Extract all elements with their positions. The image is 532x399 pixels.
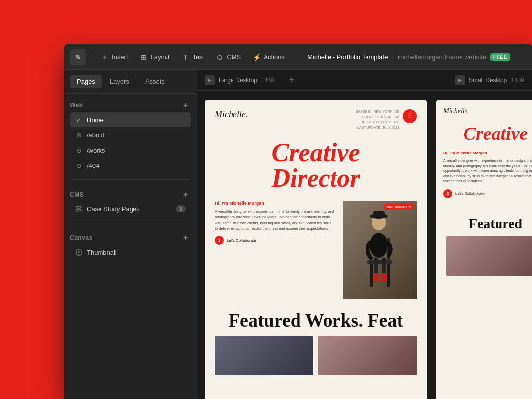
svg-rect-9 (373, 273, 379, 282)
file-icon (75, 248, 83, 256)
cms-section: CMS + Case Study Pages 3 (64, 183, 197, 220)
template-menu-button: ☰ (403, 109, 417, 123)
web-section-header: Web + (70, 100, 191, 110)
template-logo-small: Michelle. (443, 107, 469, 115)
cms-icon: ⊜ (216, 53, 224, 61)
layout-button[interactable]: ⊞ Layout (135, 50, 175, 64)
nav-case-study[interactable]: Case Study Pages 3 (70, 201, 191, 216)
svg-rect-10 (381, 273, 387, 282)
web-add-button[interactable]: + (181, 100, 191, 110)
tab-layers[interactable]: Layers (103, 75, 136, 88)
template-photo-figure (343, 201, 417, 299)
svg-point-0 (76, 206, 81, 208)
cms-add-button[interactable]: + (181, 190, 191, 200)
template-photo: Buy Template $79 (343, 201, 417, 299)
template-header-large: Michelle. BASED IN: NEW YORK, US CLIENT:… (205, 100, 427, 135)
large-desktop-label: ▶ Large Desktop 1440 (205, 75, 274, 85)
nav-404[interactable]: ⊕ /404 (70, 158, 191, 173)
small-cta-btn: 2 (443, 189, 452, 198)
globe-icon-about: ⊕ (75, 131, 83, 139)
insert-button[interactable]: ＋ Insert (96, 50, 133, 64)
play-button-small[interactable]: ▶ (455, 75, 465, 85)
lightning-icon: ⚡ (253, 53, 261, 61)
plus-icon: ＋ (101, 53, 109, 61)
nav-about[interactable]: ⊕ /about (70, 128, 191, 142)
svg-rect-13 (373, 211, 385, 218)
tab-assets[interactable]: Assets (138, 75, 171, 88)
small-hi: Hi, I'm Michelle Morgan A versatile desi… (436, 151, 532, 198)
layers-icon (75, 205, 83, 213)
add-frame-button[interactable]: + (286, 75, 297, 86)
sidebar-tab-bar: Pages Layers Assets (64, 70, 197, 94)
site-info: Michelle - Portfolio Template · michelle… (307, 53, 510, 61)
globe-icon-404: ⊕ (75, 162, 83, 169)
svg-rect-2 (370, 263, 373, 287)
toolbar: ＋ Insert ⊞ Layout T Text ⊜ CMS ⚡ Actions… (64, 44, 532, 70)
actions-button[interactable]: ⚡ Actions (248, 50, 290, 64)
app-window: ＋ Insert ⊞ Layout T Text ⊜ CMS ⚡ Actions… (64, 44, 532, 399)
nav-works[interactable]: ⊕ /works (70, 143, 191, 158)
canvas-section: Canvas + Thumbnail (64, 226, 197, 263)
divider-2 (70, 223, 191, 223)
divider-1 (70, 179, 191, 180)
play-button-large[interactable]: ▶ (205, 75, 215, 85)
case-study-count: 3 (176, 205, 186, 212)
canvas-add-button[interactable]: + (181, 233, 191, 243)
canvas-area: ▶ Large Desktop 1440 + ▶ Small Desktop 1… (197, 70, 532, 399)
app-logo[interactable] (70, 49, 86, 65)
tab-pages[interactable]: Pages (70, 75, 102, 88)
template-cta: 2 Let's Collaborate (215, 236, 335, 245)
cms-section-header: CMS + (70, 190, 191, 200)
template-text-col: Hi, I'm Michelle Morgan A versatile desi… (215, 201, 335, 299)
template-hero-title: Creative Director (205, 135, 427, 196)
thumb-1 (215, 336, 313, 375)
canvas-section-header: Canvas + (70, 233, 191, 243)
cta-button: 2 (215, 236, 224, 245)
canvas-header: ▶ Large Desktop 1440 + ▶ Small Desktop 1… (197, 70, 532, 91)
large-desktop-frame: Michelle. BASED IN: NEW YORK, US CLIENT:… (205, 100, 427, 399)
template-info: BASED IN: NEW YORK, US CLIENT: LISA STAF… (356, 109, 399, 130)
thumb-2 (318, 336, 417, 375)
small-desktop-label: ▶ Small Desktop 1439 (455, 75, 524, 85)
template-thumbs (205, 331, 427, 375)
main-layout: Pages Layers Assets Web + ⌂ Home ⊕ /abou… (64, 70, 532, 399)
sidebar: Pages Layers Assets Web + ⌂ Home ⊕ /abou… (64, 70, 197, 399)
template-hero-content: Hi, I'm Michelle Morgan A versatile desi… (205, 201, 427, 299)
template-hero-title-small: Creative (436, 119, 532, 148)
canvas-frames: Michelle. BASED IN: NEW YORK, US CLIENT:… (197, 91, 532, 399)
globe-icon-works: ⊕ (75, 146, 83, 154)
small-cta: 2 Let's Collaborate (443, 189, 532, 198)
text-icon: T (182, 53, 190, 61)
cms-button[interactable]: ⊜ CMS (211, 50, 246, 64)
small-thumb-1 (446, 236, 532, 276)
small-desktop-frame: Michelle. Creative Hi, I'm Michelle Morg… (436, 100, 532, 399)
home-icon: ⌂ (75, 116, 83, 124)
svg-point-6 (370, 233, 388, 258)
template-logo-large: Michelle. (215, 109, 248, 120)
nav-thumbnail[interactable]: Thumbnail (70, 245, 191, 260)
text-button[interactable]: T Text (177, 50, 209, 64)
small-thumbs (436, 232, 532, 276)
svg-rect-3 (387, 263, 390, 287)
free-badge: FREE (490, 53, 510, 61)
web-section: Web + ⌂ Home ⊕ /about ⊕ /works ⊕ /404 (64, 94, 197, 176)
template-featured-large: Featured Works. Feat (205, 299, 427, 331)
template-header-small: Michelle. (436, 100, 532, 119)
nav-home[interactable]: ⌂ Home (70, 112, 191, 127)
template-featured-small: Featured (436, 206, 532, 232)
layout-icon: ⊞ (140, 53, 148, 61)
buy-template-button: Buy Template $79 (384, 204, 414, 210)
